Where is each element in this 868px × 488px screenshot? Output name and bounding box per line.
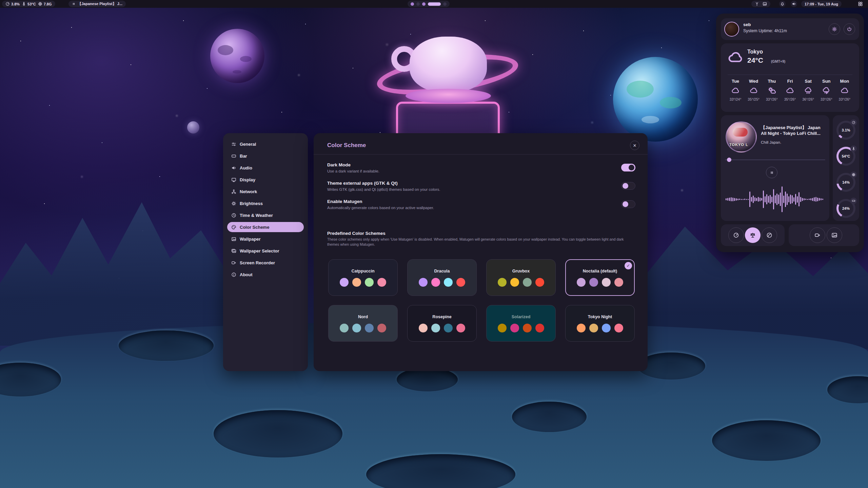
check-icon: ✓ (625, 262, 632, 269)
forecast-day-wed: Wed 35°/25° (746, 79, 762, 101)
storm-icon (822, 86, 830, 95)
sidebar-item-label: Display (240, 177, 255, 182)
forecast-day-thu: Thu 33°/26° (764, 79, 780, 101)
visualizer-bar (802, 198, 803, 201)
sidebar-item-network[interactable]: Network (227, 186, 304, 197)
scheme-card-noctalia-default-[interactable]: Noctalia (default) ✓ (565, 259, 635, 296)
sidebar-item-general[interactable]: General (227, 139, 304, 149)
app-launcher-button[interactable] (857, 1, 864, 7)
power-icon (847, 26, 852, 32)
play-pause-button[interactable] (766, 167, 777, 178)
toggle-theme-external-apps-gtk-qt-[interactable] (621, 182, 635, 190)
palette-icon (231, 225, 236, 230)
scheme-card-rosepine[interactable]: Rosepine (407, 305, 477, 342)
color-swatch (377, 278, 386, 287)
pause-icon (72, 2, 76, 6)
power-profile-balanced[interactable] (745, 227, 761, 243)
visualizer-bar (768, 196, 769, 203)
schemes-section-description: These color schemes only apply when 'Use… (327, 237, 632, 247)
forecast-day-tue: Tue 33°/24° (728, 79, 743, 101)
media-module[interactable]: 【Japanese Playlist】 J... (68, 1, 126, 7)
sidebar-item-bar[interactable]: Bar (227, 151, 304, 161)
clock-module[interactable]: 17:09 - Tue, 19 Aug (801, 1, 842, 7)
visualizer-bar (771, 197, 772, 202)
toggle-enable-matugen[interactable] (621, 200, 635, 208)
power-button[interactable] (844, 23, 855, 35)
sidebar-item-wallpaper-selector[interactable]: Wallpaper Selector (227, 246, 304, 256)
workspace-dot-3[interactable] (422, 2, 426, 6)
visualizer-bar (736, 198, 737, 201)
scheme-card-catppuccin[interactable]: Catppuccin (328, 259, 398, 296)
forecast-day-name: Tue (732, 79, 739, 84)
crater (397, 368, 458, 391)
workspace-dot-5[interactable] (443, 2, 447, 6)
sidebar-item-label: Bar (240, 154, 247, 159)
sidebar-item-about[interactable]: About (227, 269, 304, 280)
color-swatch (419, 324, 428, 332)
sun-cloud-icon (768, 86, 776, 95)
tray-antenna-icon[interactable] (755, 2, 759, 6)
weather-card: Tokyo 24°C (GMT+9) Tue 33°/24° Wed 35°/2… (721, 43, 859, 112)
weather-temp: 24°C (747, 56, 763, 64)
sidebar-item-audio[interactable]: Audio (227, 163, 304, 173)
speaker-icon (231, 165, 236, 170)
quick-action-wallpaper[interactable] (827, 227, 842, 243)
sidebar-item-screen-recorder[interactable]: Screen Recorder (227, 258, 304, 268)
visualizer-bar (754, 197, 755, 201)
forecast-day-name: Fri (787, 79, 793, 84)
visualizer-bar (756, 198, 757, 201)
close-button[interactable]: ✕ (630, 141, 639, 150)
scheme-card-tokyo-night[interactable]: Tokyo Night (565, 305, 635, 342)
scheme-card-dracula[interactable]: Dracula (407, 259, 477, 296)
scheme-card-gruvbox[interactable]: Gruvbox (486, 259, 556, 296)
toggle-dark-mode[interactable] (621, 164, 635, 171)
forecast-day-name: Sat (805, 79, 812, 84)
color-swatch (523, 324, 532, 332)
sidebar-item-display[interactable]: Display (227, 175, 304, 185)
power-profile-card (721, 224, 785, 246)
workspace-dot-4[interactable] (428, 2, 441, 6)
media-progress-bar[interactable] (725, 159, 825, 160)
setting-row: Theme external apps (GTK & Qt) Writes GT… (327, 181, 635, 191)
display-icon (231, 177, 236, 182)
scheme-card-solarized[interactable]: Solarized (486, 305, 556, 342)
color-swatch (444, 324, 453, 332)
memory-value: 7.8G (44, 2, 52, 6)
setting-label: Theme external apps (GTK & Qt) (327, 181, 440, 186)
volume-button[interactable] (791, 1, 797, 7)
workspace-dot-2[interactable] (416, 2, 420, 6)
apps-grid-icon (858, 1, 863, 6)
tray-wallpaper-icon[interactable] (763, 2, 767, 6)
visualizer-bar (821, 198, 822, 200)
visualizer-bar (785, 191, 786, 207)
settings-button[interactable] (829, 23, 840, 35)
rain-icon (804, 86, 812, 95)
color-swatch (377, 324, 386, 332)
scheme-card-nord[interactable]: Nord (328, 305, 398, 342)
visualizer-bar (775, 195, 776, 203)
audio-visualizer (726, 182, 825, 217)
scheme-name: Rosepine (432, 314, 451, 319)
quick-action-screen-recorder[interactable] (810, 227, 825, 243)
crater (637, 352, 705, 380)
progress-knob[interactable] (727, 158, 731, 162)
coffee-cup (410, 37, 487, 92)
scheme-name: Gruvbox (512, 269, 530, 273)
sidebar-item-brightness[interactable]: Brightness (227, 198, 304, 208)
sidebar-item-color-scheme[interactable]: Color Scheme (227, 222, 304, 232)
power-profile-power-saver[interactable] (762, 227, 777, 243)
notifications-button[interactable] (779, 1, 786, 7)
sidebar-item-wallpaper[interactable]: Wallpaper (227, 234, 304, 244)
power-profile-performance[interactable] (728, 227, 744, 243)
forecast-day-name: Thu (768, 79, 776, 84)
visualizer-bar (790, 195, 791, 204)
color-swatch (577, 278, 586, 287)
visualizer-bar (795, 194, 796, 205)
visualizer-bar (734, 198, 735, 201)
sidebar-item-time-weather[interactable]: Time & Weather (227, 210, 304, 220)
quick-actions-card (789, 224, 859, 246)
image-icon (831, 232, 837, 238)
visualizer-bar (743, 199, 744, 200)
workspace-dot-1[interactable] (411, 2, 414, 6)
weather-city: Tokyo (747, 49, 763, 55)
